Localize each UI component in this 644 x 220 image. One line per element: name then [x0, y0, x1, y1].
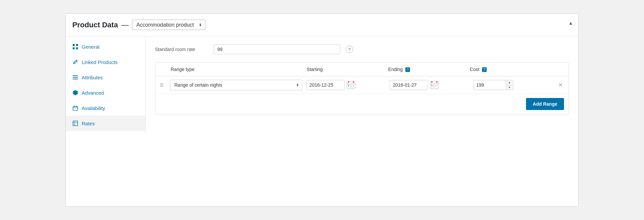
svg-rect-32 — [431, 85, 432, 86]
svg-rect-3 — [76, 47, 78, 49]
product-type-select-wrapper[interactable]: Accommodation product Simple product Var… — [132, 20, 205, 30]
rates-icon — [72, 120, 78, 126]
room-rate-help-icon[interactable]: ? — [346, 46, 353, 53]
col-range-type-header: Range type — [161, 67, 307, 72]
ending-help-badge[interactable]: ? — [405, 67, 410, 72]
svg-rect-22 — [350, 85, 351, 86]
col-starting-header: Starting — [307, 67, 388, 72]
svg-rect-5 — [73, 77, 78, 78]
sidebar-availability-label: Availability — [82, 105, 105, 111]
spinner-buttons: ▲ ▼ — [506, 80, 513, 90]
sidebar-item-advanced[interactable]: Advanced — [66, 85, 145, 100]
panel-title: Product Data — [72, 21, 118, 29]
svg-rect-25 — [348, 86, 349, 87]
sidebar-advanced-label: Advanced — [82, 90, 104, 96]
svg-rect-29 — [430, 83, 438, 84]
svg-rect-0 — [73, 44, 75, 46]
svg-rect-21 — [348, 85, 349, 86]
range-table-header: Range type Starting Ending ? Cost ? — [155, 63, 569, 76]
svg-rect-15 — [160, 85, 163, 85]
svg-rect-20 — [353, 81, 354, 83]
sidebar-general-label: General — [82, 44, 99, 50]
svg-rect-30 — [431, 81, 432, 83]
add-range-button[interactable]: Add Range — [526, 98, 564, 110]
gear-icon — [72, 90, 78, 96]
svg-rect-9 — [76, 106, 77, 107]
svg-rect-37 — [433, 86, 434, 87]
remove-row-button[interactable]: ✕ — [557, 81, 565, 89]
svg-rect-33 — [433, 85, 434, 86]
list-icon — [72, 74, 78, 80]
sidebar-item-linked-products[interactable]: Linked Products — [66, 54, 145, 70]
panel-header: Product Data — Accommodation product Sim… — [66, 14, 578, 36]
panel-body: General Linked Products Attributes — [66, 36, 578, 134]
starting-calendar-icon[interactable] — [347, 81, 355, 89]
range-type-select-wrapper[interactable]: Range of certain nights Date range Monda… — [170, 80, 302, 90]
product-data-panel: Product Data — Accommodation product Sim… — [65, 13, 579, 207]
svg-rect-8 — [74, 106, 75, 107]
sidebar-item-availability[interactable]: Availability — [66, 100, 145, 116]
range-table: Range type Starting Ending ? Cost ? — [155, 62, 569, 114]
ending-calendar-icon[interactable] — [430, 81, 439, 89]
svg-rect-14 — [160, 83, 163, 84]
svg-rect-6 — [73, 79, 78, 79]
room-rate-label: Standard room rate — [155, 47, 208, 52]
svg-rect-27 — [351, 86, 352, 87]
sidebar-item-rates[interactable]: Rates — [66, 116, 145, 131]
svg-rect-34 — [435, 85, 436, 86]
svg-rect-7 — [73, 106, 78, 110]
svg-rect-2 — [73, 47, 75, 49]
svg-rect-35 — [436, 85, 437, 86]
ending-date-input[interactable] — [390, 80, 428, 90]
sidebar: General Linked Products Attributes — [66, 36, 146, 134]
ending-date-wrapper — [390, 80, 469, 90]
svg-rect-26 — [350, 86, 351, 87]
svg-rect-36 — [431, 86, 432, 87]
sidebar-linked-label: Linked Products — [82, 59, 118, 65]
svg-rect-11 — [73, 121, 78, 126]
svg-rect-23 — [351, 85, 352, 86]
main-content: Standard room rate ? Range type Starting… — [146, 36, 578, 134]
svg-rect-18 — [347, 83, 355, 84]
collapse-button[interactable]: ▲ — [568, 20, 573, 26]
sidebar-attributes-label: Attributes — [82, 75, 103, 80]
room-rate-input[interactable] — [214, 44, 340, 54]
calendar-small-icon — [72, 105, 78, 111]
spinner-up-button[interactable]: ▲ — [506, 80, 513, 85]
cost-help-badge[interactable]: ? — [482, 67, 487, 72]
svg-rect-24 — [353, 85, 354, 86]
room-rate-row: Standard room rate ? — [155, 44, 569, 54]
sidebar-item-attributes[interactable]: Attributes — [66, 70, 145, 85]
drag-handle[interactable] — [159, 83, 164, 87]
panel-title-dash: — — [121, 21, 129, 29]
svg-rect-19 — [348, 81, 349, 83]
cost-input-wrapper: ▲ ▼ — [473, 80, 513, 90]
starting-date-wrapper — [306, 80, 386, 90]
spinner-down-button[interactable]: ▼ — [506, 85, 513, 90]
grid-icon — [72, 44, 78, 50]
cost-field-wrapper: ▲ ▼ — [473, 80, 553, 90]
table-row: Range of certain nights Date range Monda… — [155, 76, 569, 94]
range-type-select[interactable]: Range of certain nights Date range Monda… — [170, 80, 302, 90]
product-type-select[interactable]: Accommodation product Simple product Var… — [132, 20, 205, 30]
col-ending-header: Ending ? — [388, 67, 470, 72]
range-footer: Add Range — [155, 94, 569, 114]
svg-rect-16 — [160, 86, 163, 87]
pencil-icon — [72, 59, 78, 65]
sidebar-item-general[interactable]: General — [66, 39, 145, 54]
svg-rect-4 — [73, 75, 78, 76]
sidebar-rates-label: Rates — [82, 121, 95, 126]
starting-date-input[interactable] — [306, 80, 345, 90]
svg-rect-31 — [436, 81, 437, 83]
svg-rect-38 — [435, 86, 436, 87]
col-cost-header: Cost ? — [470, 67, 551, 72]
svg-rect-1 — [76, 44, 78, 46]
